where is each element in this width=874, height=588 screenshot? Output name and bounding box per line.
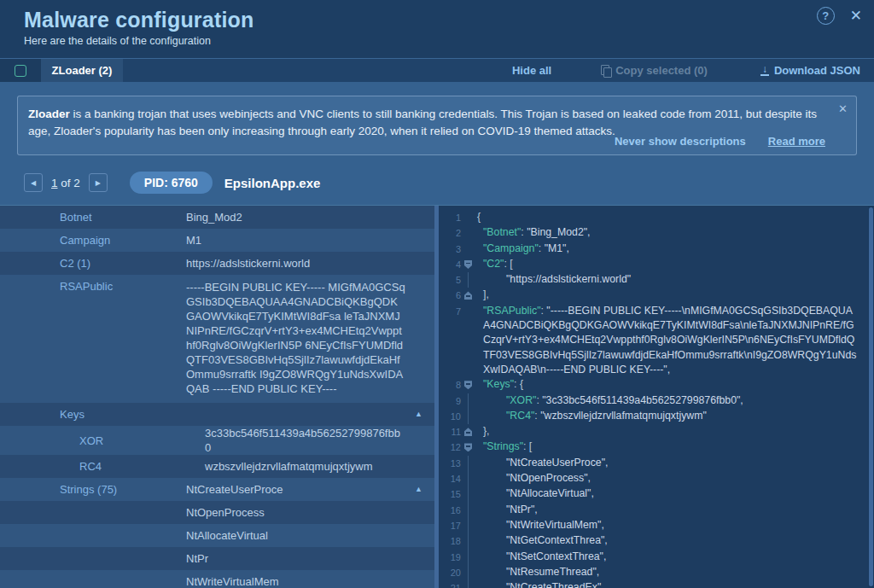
collapse-icon[interactable]: ▲	[415, 410, 422, 418]
json-string-value: "M1",	[545, 242, 569, 254]
process-name: EpsilonApp.exe	[224, 176, 321, 190]
pid-badge[interactable]: PID: 6760	[130, 172, 213, 194]
json-string-value: "NtCreateUserProce",	[506, 457, 608, 469]
json-bracket: {	[520, 378, 523, 390]
json-key: "Botnet"	[483, 226, 521, 238]
page-count: of 2	[61, 177, 80, 189]
table-row[interactable]: NtPr	[0, 547, 434, 570]
json-bracket: },	[483, 425, 490, 437]
banner-close-icon[interactable]: ✕	[838, 101, 848, 118]
json-line: 20"NtResumeThread",	[439, 565, 868, 580]
fold-end-icon[interactable]	[464, 291, 472, 300]
collapse-icon[interactable]: ▲	[415, 485, 422, 493]
json-line: 19"NtSetContextThrea",	[439, 550, 868, 565]
json-viewer: 1{2"Botnet": "Bing_Mod2",3"Campaign": "M…	[439, 206, 868, 588]
fold-gutter	[461, 580, 475, 588]
malware-description-banner: Zloader is a banking trojan that uses we…	[17, 96, 857, 155]
config-panels: BotnetBing_Mod2CampaignM1C2 (1)https://a…	[0, 205, 874, 588]
table-row[interactable]: NtOpenProcess	[0, 501, 434, 524]
download-json-label: Download JSON	[774, 64, 860, 77]
chevron-right-icon: ▶	[96, 179, 101, 187]
json-lines: 1{2"Botnet": "Bing_Mod2",3"Campaign": "M…	[439, 210, 868, 588]
table-row[interactable]: RC4wzbszvllejdzrvllafmatqmujqxtjywm	[0, 455, 434, 478]
select-all-checkbox[interactable]	[15, 65, 26, 77]
line-number: 19	[439, 550, 461, 565]
fold-gutter	[461, 440, 475, 455]
table-row[interactable]: NtAllocateVirtual	[0, 524, 434, 547]
prev-page-button[interactable]: ◀	[24, 173, 43, 192]
line-number: 4	[439, 257, 461, 272]
next-page-button[interactable]: ▶	[89, 173, 108, 192]
json-string-value: "NtSetContextThrea",	[506, 550, 606, 562]
json-code: ],	[475, 288, 868, 303]
json-key: "XOR"	[506, 394, 536, 406]
line-number: 5	[439, 272, 461, 288]
json-code: "NtResumeThread",	[475, 565, 868, 580]
tab-zloader[interactable]: ZLoader (2)	[41, 59, 123, 82]
table-row[interactable]: Strings (75)NtCreateUserProce▲	[0, 478, 434, 501]
fold-gutter	[461, 456, 475, 471]
line-number: 7	[439, 304, 461, 377]
read-more-link[interactable]: Read more	[768, 133, 825, 150]
fold-gutter	[461, 377, 475, 393]
row-label: Campaign	[0, 234, 186, 247]
json-code: "NtGetContextThrea",	[475, 533, 868, 549]
copy-selected-button[interactable]: Copy selected (0)	[601, 64, 708, 77]
row-label: C2 (1)	[0, 257, 186, 270]
fold-collapse-icon[interactable]	[464, 260, 472, 269]
hide-all-button[interactable]: Hide all	[512, 64, 551, 77]
fold-gutter	[461, 550, 475, 565]
table-row[interactable]: BotnetBing_Mod2	[0, 206, 434, 229]
fold-gutter	[461, 210, 475, 225]
json-line: 17"NtWriteVirtualMem",	[439, 518, 868, 533]
row-value: NtCreateUserProce	[186, 482, 434, 497]
table-row[interactable]: Keys▲	[0, 403, 434, 426]
table-row[interactable]: C2 (1)https://adslstickerni.world	[0, 252, 434, 275]
hide-all-label: Hide all	[512, 64, 551, 77]
dialog-header: Malware configuration Here are the detai…	[0, 0, 874, 58]
json-string-value: "wzbszvllejdzrvllafmatqmujqxtjywm"	[540, 410, 707, 422]
row-label: RC4	[0, 460, 186, 473]
json-key: "RSAPublic"	[483, 305, 541, 317]
json-line: 6],	[439, 288, 868, 303]
json-code: "RSAPublic": "-----BEGIN PUBLIC KEY-----…	[475, 304, 868, 377]
json-string-value: "NtWriteVirtualMem",	[506, 519, 604, 531]
json-key: "C2"	[483, 258, 504, 270]
line-number: 10	[439, 409, 461, 424]
row-value: 3c33bc546f511439a4b56252799876fbb0	[186, 426, 434, 455]
fold-gutter	[461, 225, 475, 241]
fold-gutter	[461, 257, 475, 272]
fold-end-icon[interactable]	[464, 428, 472, 436]
fold-collapse-icon[interactable]	[464, 443, 472, 451]
json-code: "XOR": "3c33bc546f511439a4b56252799876fb…	[475, 393, 868, 409]
fold-gutter	[461, 288, 475, 303]
close-icon[interactable]: ✕	[850, 7, 862, 25]
fold-gutter	[461, 503, 475, 518]
toolbar: ZLoader (2) Hide all Copy selected (0) ↓…	[0, 58, 874, 82]
tab-label: ZLoader (2)	[52, 64, 113, 77]
json-string-value: "NtAllocateVirtual",	[506, 487, 594, 499]
never-show-descriptions-link[interactable]: Never show descriptions	[615, 133, 746, 150]
malware-name: Zloader	[28, 108, 70, 120]
line-number: 9	[439, 393, 461, 409]
row-value: NtAllocateVirtual	[186, 528, 434, 543]
json-scrollbar-thumb[interactable]	[869, 207, 873, 586]
line-number: 2	[439, 225, 461, 241]
table-row[interactable]: NtWriteVirtualMem	[0, 570, 434, 588]
table-row[interactable]: CampaignM1	[0, 229, 434, 252]
table-row[interactable]: RSAPublic-----BEGIN PUBLIC KEY----- MIGf…	[0, 275, 434, 403]
line-number: 8	[439, 377, 461, 393]
process-pagination-row: ◀ 1 of 2 ▶ PID: 6760 EpsilonApp.exe	[24, 167, 874, 198]
json-code: "Campaign": "M1",	[475, 242, 868, 257]
page-indicator: 1 of 2	[51, 177, 80, 189]
current-page[interactable]: 1	[51, 177, 58, 189]
help-icon[interactable]: ?	[817, 7, 835, 25]
json-line: 7"RSAPublic": "-----BEGIN PUBLIC KEY----…	[439, 304, 868, 377]
row-value: Bing_Mod2	[186, 210, 434, 224]
json-string-value: "Bing_Mod2",	[527, 226, 590, 238]
table-row[interactable]: XOR3c33bc546f511439a4b56252799876fbb0	[0, 426, 434, 455]
fold-collapse-icon[interactable]	[464, 381, 472, 389]
download-json-button[interactable]: ↓ Download JSON	[760, 64, 860, 77]
fold-gutter	[461, 393, 475, 409]
json-line: 14"NtOpenProcess",	[439, 471, 868, 486]
